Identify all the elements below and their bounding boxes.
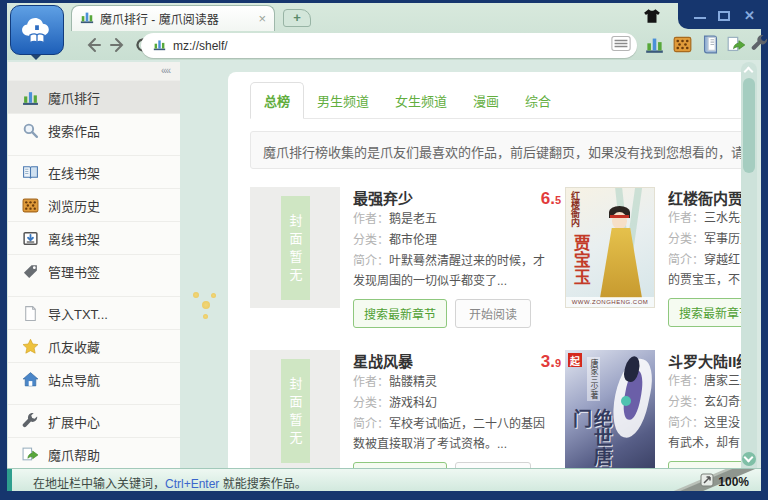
sidebar-item-extensions[interactable]: 扩展中心 — [8, 404, 180, 437]
cover-art-figure — [610, 215, 629, 218]
navigation-toolbar: mz://shelf/ — [7, 32, 761, 60]
scrollbar-thumb[interactable] — [743, 78, 755, 173]
book-category-row: 分类：军事历史 — [668, 229, 749, 250]
sidebar-item-label: 导入TXT... — [48, 304, 108, 323]
book-intro-row2: 发现周围的一切似乎都变了... — [353, 272, 565, 290]
book-intro-row: 简介：军校考试临近，二十八的基因 — [353, 414, 565, 435]
sidebar-collapse-button[interactable]: «« — [8, 62, 180, 80]
theme-skin-icon[interactable] — [643, 8, 661, 24]
content-scrollbar[interactable] — [741, 62, 757, 468]
sidebar-group-gap — [8, 395, 180, 404]
tab-comics[interactable]: 漫画 — [460, 83, 512, 118]
browser-chrome: 魔爪排行 - 魔爪阅读器 × + ✕ — [7, 3, 761, 60]
hotkey-text: Ctrl+Enter — [165, 477, 219, 491]
new-tab-button[interactable]: + — [283, 9, 311, 27]
sidebar-item-favorites[interactable]: 爪友收藏 — [8, 329, 180, 362]
url-favicon-bar-chart-icon — [153, 37, 166, 55]
book-category-row: 分类：都市伦理 — [353, 230, 565, 251]
forward-button[interactable] — [108, 35, 128, 55]
scroll-down-button[interactable] — [742, 452, 756, 466]
toolbar-ranking-bar-chart-icon[interactable] — [645, 35, 665, 55]
book-cover-placeholder[interactable]: 封面暂无 — [250, 187, 340, 308]
sidebar-item-ranking[interactable]: 魔爪排行 — [8, 80, 180, 113]
sidebar-item-search[interactable]: 搜索作品 — [8, 113, 180, 146]
book-title[interactable]: 斗罗大陆II绝世唐门 — [668, 350, 749, 371]
browser-tab[interactable]: 魔爪排行 - 魔爪阅读器 × — [71, 5, 275, 31]
sidebar-group-gap — [8, 287, 180, 296]
file-icon — [22, 305, 39, 322]
sidebar-item-online-shelf[interactable]: 在线书架 — [8, 155, 180, 188]
book-title[interactable]: 星战风暴 — [353, 350, 413, 371]
tab-misc[interactable]: 综合 — [512, 83, 564, 118]
toolbar-settings-wrench-icon[interactable] — [751, 35, 768, 55]
tab-close-icon[interactable]: × — [258, 12, 266, 25]
tab-favicon-bar-chart-icon — [80, 10, 94, 28]
book-grid: 封面暂无 最强弃少 6.5 作者：鹅是老五 分类：都市伦理 简介：叶默蓦然清醒过… — [250, 187, 749, 468]
book-cover[interactable]: 红楼衙内 贾宝玉 WWW.ZONGHENG.COM — [565, 187, 655, 308]
resize-arrow-icon — [700, 473, 714, 491]
search-latest-chapter-button[interactable]: 搜索最新章节 — [668, 298, 749, 327]
toolbar-shelf-book-icon[interactable] — [701, 35, 721, 55]
book-intro-row2: 有武术，却有 — [668, 434, 749, 452]
cover-author-text: 唐家三少著 — [587, 357, 600, 401]
sidebar-item-label: 浏览历史 — [48, 196, 100, 215]
toolbar-history-abacus-icon[interactable] — [673, 35, 693, 55]
book-title[interactable]: 最强弃少 — [353, 187, 413, 208]
url-text[interactable]: mz://shelf/ — [173, 39, 604, 53]
status-hint: 在地址栏中输入关键词，Ctrl+Enter 就能搜索作品。 — [33, 474, 307, 491]
book-title[interactable]: 红楼衙内贾宝玉 — [668, 187, 749, 208]
sidebar: «« 魔爪排行 搜索作品 在线书架 浏览历史 离线书架 — [8, 62, 180, 468]
book-author-row: 作者：骷髅精灵 — [353, 372, 565, 393]
zoom-indicator[interactable]: 100% — [700, 473, 749, 491]
help-share-icon — [22, 446, 39, 463]
back-button[interactable] — [83, 35, 103, 55]
cover-art-figure — [621, 396, 631, 406]
bookmark-list-icon[interactable] — [611, 36, 631, 55]
search-icon — [22, 122, 39, 139]
book-intro-row2: 的贾宝玉，不 — [668, 271, 749, 289]
cover-main-title: 绝世唐门 — [569, 409, 611, 467]
cover-art-figure — [600, 228, 642, 298]
book-score: 3.9 — [541, 352, 565, 372]
sidebar-item-help[interactable]: 魔爪帮助 — [8, 437, 180, 468]
address-bar[interactable]: mz://shelf/ — [141, 33, 637, 58]
ranking-tabs: 总榜 男生频道 女生频道 漫画 综合 — [250, 86, 749, 119]
book-card: 红楼衙内 贾宝玉 WWW.ZONGHENG.COM 红楼衙内贾宝玉 作者：三水先… — [565, 187, 749, 328]
minimize-button[interactable] — [694, 11, 706, 19]
book-category-row: 分类：玄幻奇幻 — [668, 392, 749, 413]
paw-dot — [203, 314, 208, 319]
window-controls-area: ✕ — [678, 0, 768, 29]
start-reading-button[interactable]: 开始阅读 — [455, 299, 531, 328]
app-logo-button[interactable] — [10, 5, 64, 55]
search-latest-chapter-button[interactable]: 搜索最新章节 — [668, 461, 749, 468]
main-area: «« 魔爪排行 搜索作品 在线书架 浏览历史 离线书架 — [7, 60, 761, 468]
cover-placeholder-text: 封面暂无 — [281, 196, 310, 300]
toolbar-share-arrow-icon[interactable] — [727, 35, 747, 55]
book-intro-row: 简介：这里没 — [668, 413, 749, 434]
abacus-icon — [22, 197, 39, 214]
tab-female-channel[interactable]: 女生频道 — [382, 83, 460, 118]
book-cover-placeholder[interactable]: 封面暂无 — [250, 350, 340, 468]
paw-dot — [193, 292, 199, 298]
maximize-button[interactable] — [718, 11, 730, 21]
cover-placeholder-text: 封面暂无 — [281, 359, 310, 463]
search-latest-chapter-button[interactable]: 搜索最新章节 — [353, 299, 447, 328]
close-button[interactable]: ✕ — [744, 11, 756, 21]
status-bar: 在地址栏中输入关键词，Ctrl+Enter 就能搜索作品。 100% — [7, 468, 761, 491]
tab-total-ranking[interactable]: 总榜 — [250, 82, 304, 119]
book-author-row: 作者：唐家三少 — [668, 371, 749, 392]
cover-publisher-badge: 起 — [568, 353, 582, 367]
book-score: 6.5 — [541, 189, 565, 209]
tab-male-channel[interactable]: 男生频道 — [304, 83, 382, 118]
sidebar-item-offline-shelf[interactable]: 离线书架 — [8, 221, 180, 254]
sidebar-item-site-nav[interactable]: 站点导航 — [8, 362, 180, 395]
sidebar-item-label: 在线书架 — [48, 163, 100, 182]
book-cover[interactable]: 起 唐家三少著 绝世唐门 — [565, 350, 655, 468]
sidebar-item-history[interactable]: 浏览历史 — [8, 188, 180, 221]
status-accent — [7, 469, 12, 491]
sidebar-item-bookmarks[interactable]: 管理书签 — [8, 254, 180, 287]
sidebar-item-import-txt[interactable]: 导入TXT... — [8, 296, 180, 329]
cover-site-url: WWW.ZONGHENG.COM — [566, 297, 654, 307]
scroll-up-icon[interactable] — [744, 67, 754, 77]
sidebar-item-label: 魔爪排行 — [48, 88, 100, 107]
